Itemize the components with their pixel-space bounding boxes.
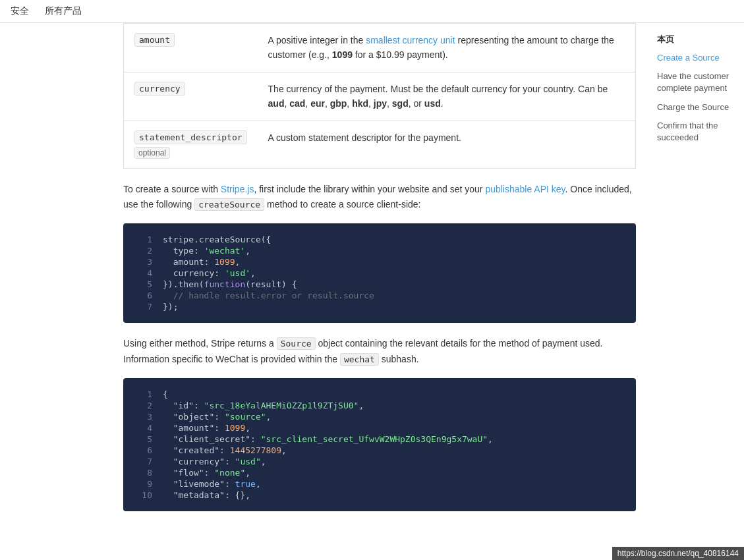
line-number: 4: [134, 268, 152, 278]
line-number: 3: [134, 412, 152, 422]
code-line: 1{: [123, 389, 636, 400]
line-number: 10: [134, 490, 152, 500]
code-token: ,: [281, 445, 287, 455]
code-line: 6 "created": 1445277809,: [123, 445, 636, 456]
param-optional-badge: optional: [134, 147, 170, 159]
line-number: 8: [134, 468, 152, 478]
code-block-2: 1{2 "id": "src_18eYalAHEMiOZZp1l9ZTjSU0"…: [123, 378, 636, 511]
line-code: "currency": "usd",: [163, 457, 266, 466]
code-line: 6 // handle result.error or result.sourc…: [123, 290, 636, 301]
right-sidebar: 本页 Create a Source Have the customer com…: [652, 23, 744, 557]
code-token: ,: [245, 468, 250, 478]
code-token: stripe.createSource({: [163, 235, 271, 244]
code-token: 'wechat': [204, 246, 246, 256]
code-token: "none": [214, 468, 245, 478]
params-table: amountA positive integer in the smallest…: [123, 23, 636, 169]
prose1-after-link: , first include the library within your …: [254, 184, 485, 194]
code-token: 'usd': [225, 268, 250, 278]
code-token: amount:: [163, 257, 214, 267]
line-code: }).then(function(result) {: [163, 279, 297, 289]
line-code: "client_secret": "src_client_secret_Ufwv…: [163, 434, 493, 444]
param-bold: cad: [289, 98, 305, 109]
code-line: 5}).then(function(result) {: [123, 279, 636, 290]
line-number: 3: [134, 257, 152, 267]
code-token: 1099: [214, 257, 235, 267]
line-number: 9: [134, 479, 152, 489]
param-desc-cell: The currency of the payment. Must be the…: [258, 72, 636, 121]
line-code: {: [163, 389, 168, 399]
param-desc-cell: A positive integer in the smallest curre…: [258, 24, 636, 72]
line-code: stripe.createSource({: [163, 235, 271, 244]
code-token: ,: [245, 423, 250, 433]
code-token: ,: [245, 246, 250, 256]
line-code: amount: 1099,: [163, 257, 240, 267]
code-token: "livemode":: [163, 479, 235, 489]
source-code-inline: Source: [277, 337, 316, 350]
code-line: 2 type: 'wechat',: [123, 245, 636, 256]
code-token: "created":: [163, 445, 230, 455]
line-code: type: 'wechat',: [163, 246, 250, 256]
code-token: ,: [261, 457, 266, 466]
param-name-badge: amount: [134, 33, 175, 47]
code-token: currency:: [163, 268, 225, 278]
param-desc-cell: A custom statement descriptor for the pa…: [258, 121, 636, 168]
code-line: 8 "flow": "none",: [123, 467, 636, 478]
line-number: 1: [134, 235, 152, 244]
code-token: true: [235, 479, 256, 489]
code-token: "metadata": {: [163, 490, 240, 500]
line-code: // handle result.error or result.source: [163, 291, 374, 300]
stripejs-link[interactable]: Stripe.js: [221, 184, 254, 194]
line-number: 2: [134, 401, 152, 410]
code-token: ,: [266, 412, 272, 422]
code-token: (result) {: [245, 279, 297, 289]
prose1-before-link: To create a source with: [123, 184, 221, 194]
code-token: ,: [250, 268, 256, 278]
code-token: "flow":: [163, 468, 214, 478]
param-name-cell: statement_descriptoroptional: [124, 121, 258, 168]
code-token: "id":: [163, 401, 204, 410]
param-bold: usd: [424, 98, 441, 109]
line-number: 6: [134, 445, 152, 455]
code-token: }).then(: [163, 279, 204, 289]
line-code: "id": "src_18eYalAHEMiOZZp1l9ZTjSU0",: [163, 401, 364, 410]
nav-all-products[interactable]: 所有产品: [45, 5, 82, 17]
code-line: 4 currency: 'usd',: [123, 267, 636, 279]
prose1-after-code: method to create a source client-side:: [264, 199, 420, 210]
param-link[interactable]: smallest currency unit: [366, 35, 455, 45]
code-token: 1099: [225, 423, 245, 433]
nav-security[interactable]: 安全: [11, 5, 29, 17]
line-code: "livemode": true,: [163, 479, 261, 489]
line-number: 5: [134, 279, 152, 289]
param-name-cell: amount: [124, 24, 258, 72]
code-line: 7});: [123, 301, 636, 312]
line-code: "metadata": {},: [163, 490, 250, 500]
code-token: "src_client_secret_UfwvW2WHpZ0s3QEn9g5x7…: [261, 434, 488, 444]
code-token: {: [163, 389, 168, 399]
code-token: ,: [488, 434, 493, 444]
code-token: 1445277809: [230, 445, 281, 455]
param-bold: aud: [268, 98, 285, 109]
code-token: "usd": [235, 457, 261, 466]
code-line: 3 "object": "source",: [123, 411, 636, 422]
sidebar-text-3: Confirm that the succeeded: [657, 120, 739, 144]
code-token: ,: [256, 479, 261, 489]
code-line: 9 "livemode": true,: [123, 478, 636, 490]
code-line: 2 "id": "src_18eYalAHEMiOZZp1l9ZTjSU0",: [123, 400, 636, 411]
param-bold: 1099: [332, 49, 353, 60]
code-line: 10 "metadata": {},: [123, 490, 636, 501]
code-line: 5 "client_secret": "src_client_secret_Uf…: [123, 434, 636, 445]
code-token: // handle result.error or result.source: [163, 291, 374, 300]
code-token: ,: [235, 257, 241, 267]
code-token: function: [204, 279, 246, 289]
api-key-link[interactable]: publishable API key: [485, 184, 565, 194]
code-token: "currency":: [163, 457, 235, 466]
main-layout: amountA positive integer in the smallest…: [0, 23, 744, 557]
line-number: 7: [134, 457, 152, 466]
sidebar-link-create-source[interactable]: Create a Source: [657, 52, 739, 64]
top-nav: 安全 所有产品: [0, 0, 744, 23]
code-token: "object":: [163, 412, 225, 422]
prose-1: To create a source with Stripe.js, first…: [123, 182, 636, 213]
line-code: currency: 'usd',: [163, 268, 256, 278]
param-bold: sgd: [392, 98, 409, 109]
code-token: });: [163, 302, 178, 312]
